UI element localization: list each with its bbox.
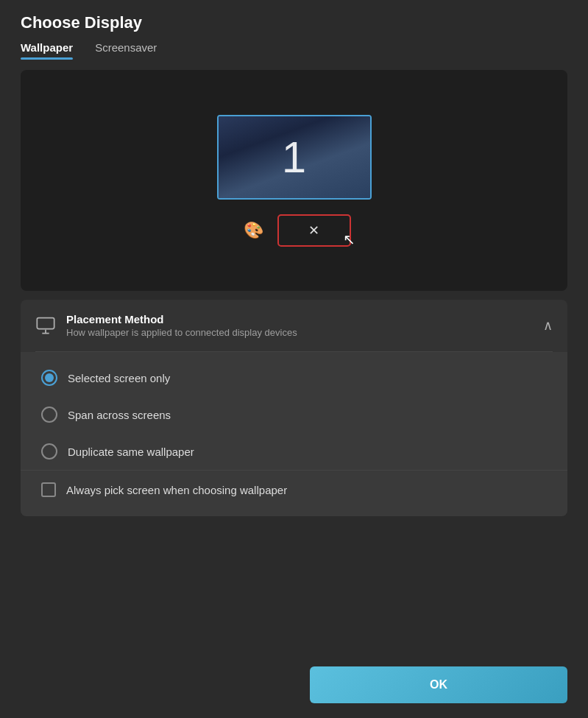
svg-rect-0 xyxy=(37,318,54,329)
placement-text: Placement Method How wallpaper is applie… xyxy=(66,313,297,338)
placement-header-left: Placement Method How wallpaper is applie… xyxy=(35,313,297,338)
choose-display-dialog: Choose Display Wallpaper Screensaver 1 🎨 xyxy=(0,0,588,718)
monitor-background: 1 xyxy=(219,116,370,198)
radio-span-screens-indicator xyxy=(41,406,57,423)
tab-wallpaper[interactable]: Wallpaper xyxy=(21,41,73,60)
cursor-icon: ↖ xyxy=(343,230,355,248)
radio-selected-screen-indicator xyxy=(41,370,57,386)
tab-bar: Wallpaper Screensaver xyxy=(21,41,567,60)
palette-button[interactable]: 🎨 xyxy=(238,214,270,247)
palette-icon: 🎨 xyxy=(244,221,263,240)
dialog-title: Choose Display xyxy=(21,13,567,32)
placement-title: Placement Method xyxy=(66,313,297,325)
dialog-footer: OK xyxy=(0,652,588,718)
placement-icon xyxy=(35,315,56,336)
placement-section: Placement Method How wallpaper is applie… xyxy=(21,300,567,516)
action-buttons: 🎨 ✕ ↖ xyxy=(238,214,351,247)
clear-icon: ✕ xyxy=(308,222,319,239)
dialog-header: Choose Display Wallpaper Screensaver xyxy=(0,0,588,60)
placement-description: How wallpaper is applied to connected di… xyxy=(66,327,297,338)
checkbox-section[interactable]: Always pick screen when choosing wallpap… xyxy=(21,470,567,509)
radio-option-span-screens[interactable]: Span across screens xyxy=(21,396,567,433)
radio-option-selected-screen[interactable]: Selected screen only xyxy=(21,359,567,396)
clear-button[interactable]: ✕ ↖ xyxy=(277,214,351,247)
monitor-number: 1 xyxy=(282,132,306,183)
chevron-up-icon: ∧ xyxy=(543,317,553,334)
monitor-1[interactable]: 1 xyxy=(217,115,372,200)
radio-options: Selected screen only Span across screens… xyxy=(21,352,567,516)
radio-selected-screen-label: Selected screen only xyxy=(68,372,170,384)
placement-header[interactable]: Placement Method How wallpaper is applie… xyxy=(21,300,567,351)
always-pick-screen-label: Always pick screen when choosing wallpap… xyxy=(66,484,287,496)
tab-screensaver[interactable]: Screensaver xyxy=(95,41,157,60)
radio-duplicate-indicator xyxy=(41,443,57,460)
radio-option-duplicate[interactable]: Duplicate same wallpaper xyxy=(21,433,567,470)
content-area: 1 🎨 ✕ ↖ xyxy=(0,70,588,652)
display-preview: 1 🎨 ✕ ↖ xyxy=(21,70,567,291)
monitor-container: 1 xyxy=(217,115,372,200)
ok-button[interactable]: OK xyxy=(310,666,567,703)
radio-span-screens-label: Span across screens xyxy=(68,409,171,421)
always-pick-screen-checkbox[interactable] xyxy=(41,482,56,497)
radio-duplicate-label: Duplicate same wallpaper xyxy=(68,446,194,458)
